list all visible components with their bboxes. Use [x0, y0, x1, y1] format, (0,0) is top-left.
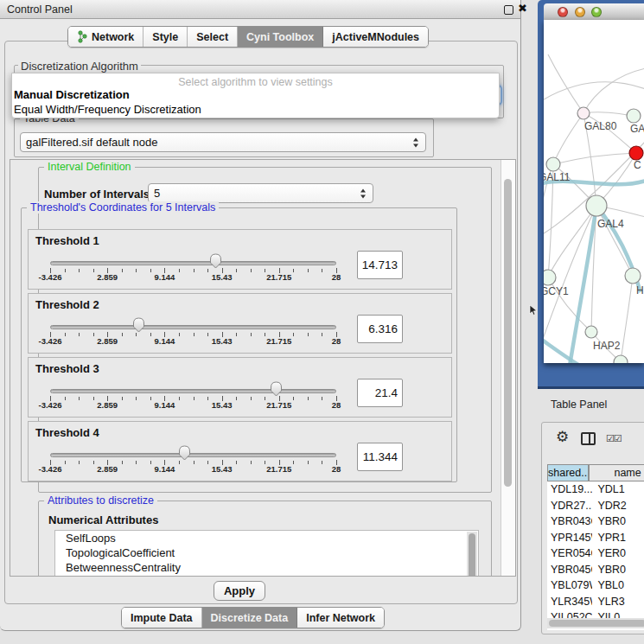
- table-data-combobox[interactable]: galFiltered.sif default node: [20, 132, 426, 152]
- network-node[interactable]: [577, 107, 590, 119]
- table-cell[interactable]: YLR3: [592, 594, 644, 610]
- column-header-name[interactable]: name: [589, 464, 644, 481]
- table-row[interactable]: YBR043CYBR0: [547, 513, 644, 530]
- table-cell[interactable]: YBR045C: [547, 562, 592, 578]
- slider-tick: [65, 397, 66, 400]
- slider-thumb[interactable]: [209, 253, 222, 269]
- float-window-icon[interactable]: [504, 5, 513, 15]
- horizontal-scrollbar-thumb[interactable]: [549, 620, 644, 627]
- table-row[interactable]: YDR27...YDR2: [547, 498, 644, 514]
- threshold-value-field[interactable]: 21.4: [357, 379, 403, 407]
- threshold-value-field[interactable]: 14.713: [357, 251, 403, 279]
- slider-tick: [308, 397, 309, 400]
- tab-impute-data[interactable]: Impute Data: [122, 608, 202, 628]
- table-cell[interactable]: YDR2: [592, 498, 644, 514]
- list-scrollbar-thumb[interactable]: [469, 533, 475, 577]
- network-node[interactable]: [586, 195, 607, 216]
- tab-discretize-data[interactable]: Discretize Data: [202, 608, 298, 628]
- slider-tick: [179, 333, 180, 336]
- slider-thumb[interactable]: [178, 445, 191, 461]
- slider-tick: [265, 269, 265, 272]
- table-cell[interactable]: YBL0: [592, 577, 644, 594]
- table-cell[interactable]: YBR0: [592, 513, 644, 530]
- slider-track[interactable]: [50, 453, 336, 457]
- network-node[interactable]: [627, 109, 641, 123]
- slider-track[interactable]: [50, 389, 336, 393]
- vertical-scrollbar-thumb[interactable]: [504, 179, 512, 487]
- table-cell[interactable]: YPR1: [592, 530, 644, 546]
- vertical-scrollbar[interactable]: [501, 160, 515, 576]
- table-cell[interactable]: YDR27...: [547, 498, 592, 514]
- slider-tick: [179, 269, 180, 272]
- attribute-list-item[interactable]: BetweennessCentrality: [55, 560, 478, 575]
- attribute-list-item[interactable]: TopologicalCoefficient: [55, 545, 478, 560]
- network-node[interactable]: [629, 146, 643, 160]
- table-cell[interactable]: YPR145W: [547, 530, 592, 546]
- table-cell[interactable]: YER054C: [547, 545, 592, 562]
- table-cell[interactable]: YBR0: [592, 562, 644, 578]
- tab-cyni-toolbox[interactable]: Cyni Toolbox: [238, 27, 323, 47]
- slider-tick: [265, 333, 265, 336]
- table-cell[interactable]: YER0: [592, 545, 644, 562]
- network-node[interactable]: [614, 355, 628, 363]
- horizontal-scrollbar[interactable]: [547, 618, 644, 628]
- slider-thumb[interactable]: [132, 317, 145, 333]
- slider-tick: [207, 269, 208, 272]
- table-cell[interactable]: YBR043C: [547, 513, 592, 530]
- tab-label: Cyni Toolbox: [246, 31, 314, 43]
- stepper-icon: [360, 188, 367, 198]
- slider-tick: [79, 269, 80, 272]
- table-row[interactable]: YPR145WYPR1: [547, 530, 644, 546]
- slider-tick: [265, 397, 265, 400]
- network-node[interactable]: [544, 270, 556, 285]
- slider-tick: [293, 461, 294, 464]
- network-node[interactable]: [625, 268, 641, 284]
- popup-item-manual-discretization[interactable]: Manual Discretization: [14, 88, 130, 101]
- numerical-attributes-list[interactable]: SelfLoopsTopologicalCoefficientBetweenne…: [54, 530, 479, 577]
- gear-icon[interactable]: ⚙: [556, 428, 569, 445]
- slider-tick: [136, 269, 137, 272]
- close-icon[interactable]: ✖: [518, 2, 527, 15]
- column-header-shared-name[interactable]: shared...: [547, 464, 589, 481]
- slider-thumb[interactable]: [270, 381, 283, 397]
- slider-track[interactable]: [50, 261, 336, 265]
- table-cell[interactable]: YBL079W: [547, 577, 592, 594]
- table-cell[interactable]: YDL1: [592, 481, 644, 498]
- network-node[interactable]: [546, 157, 560, 171]
- table-panel-header: Table Panel: [523, 389, 644, 420]
- table-row[interactable]: YDL19...YDL1: [547, 481, 644, 498]
- mac-zoom-icon[interactable]: [591, 7, 602, 17]
- table-row[interactable]: YBL079WYBL0: [547, 577, 644, 594]
- number-of-intervals-combobox[interactable]: 5: [148, 183, 373, 203]
- popup-item-equal-width-frequency[interactable]: Equal Width/Frequency Discretization: [14, 103, 201, 116]
- slider-track[interactable]: [50, 325, 336, 329]
- table-row[interactable]: YER054CYER0: [547, 545, 644, 562]
- table-row[interactable]: YBR045CYBR0: [547, 562, 644, 578]
- split-column-icon[interactable]: [581, 432, 596, 445]
- threshold-value-field[interactable]: 11.344: [357, 443, 403, 471]
- threshold-value-field[interactable]: 6.316: [357, 315, 403, 343]
- attribute-list-item[interactable]: SelfLoops: [55, 531, 478, 545]
- list-scrollbar[interactable]: [467, 532, 477, 577]
- node-label: H: [636, 284, 644, 296]
- network-node[interactable]: [585, 326, 597, 338]
- settings-scrollpane: Interval Definition Number of Intervals …: [10, 159, 516, 577]
- tab-jactivemnodules[interactable]: jActiveMNodules: [323, 27, 428, 47]
- mac-minimize-icon[interactable]: [575, 7, 585, 17]
- table-cell[interactable]: YLR345W: [547, 594, 592, 610]
- stepper-icon: [413, 137, 419, 147]
- slider-tick-label: 9.144: [155, 400, 175, 410]
- tab-select[interactable]: Select: [188, 27, 238, 47]
- table-row[interactable]: YLR345WYLR3: [547, 594, 644, 610]
- tab-network[interactable]: Network: [68, 27, 143, 47]
- apply-button[interactable]: Apply: [214, 581, 265, 601]
- table-cell[interactable]: YDL19...: [547, 481, 592, 498]
- tab-label: Infer Network: [306, 612, 375, 624]
- table-data-value: galFiltered.sif default node: [26, 136, 157, 149]
- tab-infer-network[interactable]: Infer Network: [297, 608, 384, 628]
- checkbox-icons[interactable]: ☑☑: [606, 433, 622, 444]
- slider-tick: [293, 333, 294, 336]
- tab-style[interactable]: Style: [143, 27, 188, 47]
- network-canvas[interactable]: GAL80GACGAL11GAL4GCY1HHAP2: [544, 20, 644, 363]
- mac-close-icon[interactable]: [558, 7, 568, 17]
